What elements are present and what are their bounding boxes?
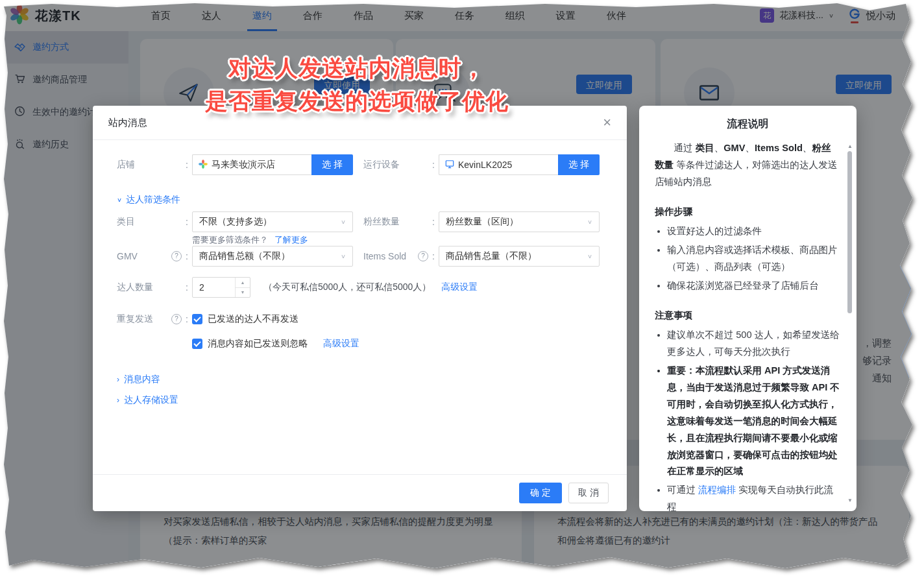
device-value: KevinLK2025 <box>458 160 512 170</box>
shop-flower-icon <box>199 160 208 171</box>
fans-label: 粉丝数量 <box>363 216 400 228</box>
annotation-line1: 对达人发送站内消息时， <box>149 52 565 85</box>
no-resend-label: 已发送的达人不再发送 <box>208 313 298 325</box>
daren-count-value[interactable]: 2 <box>193 278 235 297</box>
advanced-settings-link[interactable]: 高级设置 <box>441 282 478 293</box>
confirm-button[interactable]: 确 定 <box>519 483 562 503</box>
no-resend-checkbox[interactable] <box>192 314 202 324</box>
daren-count-label: 达人数量 <box>117 282 153 293</box>
daren-count-row: 达人数量 : 2 ▲▼ （今天可私信5000人，还可私信5000人） 高级设置 <box>117 277 601 298</box>
list-item: 建议单次不超过 500 达人，如希望发送给更多达人，可每天分批次执行 <box>667 327 840 361</box>
repeat-send-label: 重复发送 <box>117 313 153 325</box>
help-icon[interactable]: ? <box>418 251 428 261</box>
notes-title: 注意事项 <box>655 307 840 324</box>
chevron-down-icon: ∨ <box>587 253 592 259</box>
panel-title: 流程说明 <box>639 117 857 131</box>
scroll-up-icon[interactable]: ▲ <box>846 143 854 149</box>
chevron-down-icon: ∨ <box>587 219 592 225</box>
scrollbar-thumb[interactable] <box>847 151 852 313</box>
device-field: KevinLK2025 选 择 <box>439 154 600 175</box>
app-window: 花漾TK 首页达人邀约合作作品买家任务组织设置伙伴 花 花漾科技... ∨ 悦小… <box>0 0 924 576</box>
modal-body: 店铺 : 马来美妆演示店 <box>93 140 627 407</box>
ignore-sent-checkbox[interactable] <box>192 339 202 349</box>
panel-scrollbar[interactable]: ▲ ▼ <box>846 143 854 503</box>
section-message-content[interactable]: › 消息内容 <box>117 373 601 386</box>
daily-quota-hint: （今天可私信5000人，还可私信5000人） <box>263 282 431 293</box>
torn-paper-frame: 花漾TK 首页达人邀约合作作品买家任务组织设置伙伴 花 花漾科技... ∨ 悦小… <box>0 0 924 576</box>
gmv-items-row: GMV? : 商品销售总额（不限）∨ Items Sold? : 商品销售总量（… <box>117 246 601 267</box>
category-fans-row: 类目 : 不限（支持多选）∨ 粉丝数量 : 粉丝数量（区间）∨ <box>117 211 601 232</box>
fans-select[interactable]: 粉丝数量（区间）∨ <box>439 211 600 232</box>
more-filters-hint: 需要更多筛选条件？了解更多 <box>192 234 601 246</box>
device-select-button[interactable]: 选 择 <box>558 154 600 175</box>
steps-list: 设置好达人的过滤条件输入消息内容或选择话术模板、商品图片（可选）、商品列表（可选… <box>655 223 840 294</box>
daren-count-stepper[interactable]: 2 ▲▼ <box>192 277 250 298</box>
stepper-down-icon[interactable]: ▼ <box>236 288 250 298</box>
modal-title: 站内消息 <box>108 117 147 129</box>
list-item: 确保花漾浏览器已经登录了店铺后台 <box>667 278 840 294</box>
items-sold-select[interactable]: 商品销售总量（不限）∨ <box>439 246 600 267</box>
modal-dialog: 站内消息 × 店铺 : <box>93 106 627 511</box>
flow-description-panel: 流程说明 通过 类目、GMV、Items Sold、粉丝数量 等条件过滤达人，对… <box>639 106 857 511</box>
category-label: 类目 <box>117 216 135 228</box>
screenshot-stage: 花漾TK 首页达人邀约合作作品买家任务组织设置伙伴 花 花漾科技... ∨ 悦小… <box>0 0 924 576</box>
chevron-down-icon: ∨ <box>341 219 346 225</box>
help-icon[interactable]: ? <box>171 251 182 261</box>
shop-device-row: 店铺 : 马来美妆演示店 <box>117 154 601 175</box>
chevron-down-icon: ∨ <box>117 197 122 203</box>
annotation-callout: 对达人发送站内消息时， 是否重复发送的选项做了优化 <box>149 52 565 118</box>
ignore-sent-row: 消息内容如已发送则忽略 高级设置 <box>192 338 601 350</box>
gmv-select[interactable]: 商品销售总额（不限）∨ <box>192 246 353 267</box>
learn-more-link[interactable]: 了解更多 <box>274 235 308 245</box>
shop-value: 马来美妆演示店 <box>212 159 275 171</box>
chevron-right-icon: › <box>117 375 119 384</box>
notes-list: 建议单次不超过 500 达人，如希望发送给更多达人，可每天分批次执行重要：本流程… <box>655 327 840 511</box>
shop-field: 马来美妆演示店 选 择 <box>192 154 353 175</box>
items-sold-label: Items Sold <box>363 251 406 261</box>
category-select[interactable]: 不限（支持多选）∨ <box>192 211 353 232</box>
close-icon[interactable]: × <box>603 115 611 130</box>
repeat-send-row: 重复发送? : 已发送的达人不再发送 <box>117 313 601 325</box>
list-item: 输入消息内容或选择话术模板、商品图片（可选）、商品列表（可选） <box>667 242 840 276</box>
panel-link[interactable]: 流程编排 <box>698 485 736 495</box>
gmv-label: GMV <box>117 251 138 261</box>
scroll-down-icon[interactable]: ▼ <box>846 498 854 503</box>
stepper-up-icon[interactable]: ▲ <box>236 278 250 288</box>
cancel-button[interactable]: 取 消 <box>568 483 609 503</box>
chevron-right-icon: › <box>117 396 119 405</box>
list-item: 重要：本流程默认采用 API 方式发送消息，当由于发送消息过于频繁导致 API … <box>667 363 840 481</box>
device-label: 运行设备 <box>363 159 400 171</box>
section-daren-storage[interactable]: › 达人存储设置 <box>117 394 601 407</box>
annotation-line2: 是否重复发送的选项做了优化 <box>149 85 565 118</box>
device-input[interactable]: KevinLK2025 <box>439 154 558 175</box>
shop-input[interactable]: 马来美妆演示店 <box>192 154 311 175</box>
list-item: 可通过 流程编排 实现每天自动执行此流程 <box>667 482 840 511</box>
chevron-down-icon: ∨ <box>341 253 346 259</box>
advanced-settings-link[interactable]: 高级设置 <box>323 338 359 350</box>
steps-title: 操作步骤 <box>655 204 840 221</box>
filter-conditions-toggle[interactable]: ∨ 达人筛选条件 <box>117 193 601 206</box>
list-item: 设置好达人的过滤条件 <box>667 223 840 240</box>
shop-label: 店铺 <box>117 159 135 171</box>
ignore-sent-label: 消息内容如已发送则忽略 <box>208 338 308 350</box>
panel-intro: 通过 类目、GMV、Items Sold、粉丝数量 等条件过滤达人，对筛选出的达… <box>655 140 840 191</box>
help-icon[interactable]: ? <box>171 314 182 324</box>
shop-select-button[interactable]: 选 择 <box>311 154 353 175</box>
panel-body: 通过 类目、GMV、Items Sold、粉丝数量 等条件过滤达人，对筛选出的达… <box>639 134 857 511</box>
modal-footer: 确 定 取 消 <box>93 474 627 511</box>
device-monitor-icon <box>445 160 454 171</box>
